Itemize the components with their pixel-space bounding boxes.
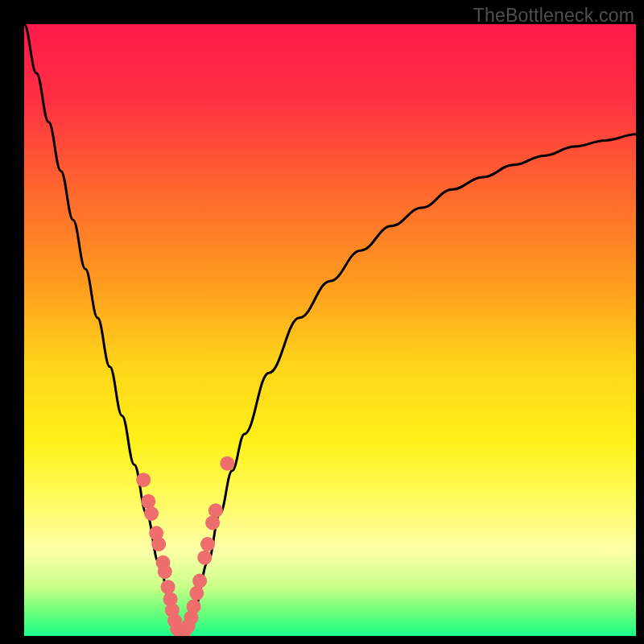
highlight-dot [192, 574, 207, 588]
highlight-dots [136, 456, 234, 636]
bottleneck-curve [24, 24, 636, 636]
highlight-dot [200, 537, 215, 551]
highlight-dot [187, 600, 201, 614]
highlight-dot [151, 537, 166, 551]
highlight-dot [205, 515, 220, 530]
curve-layer [24, 24, 636, 636]
highlight-dot [220, 456, 234, 471]
highlight-dot [208, 503, 223, 518]
highlight-dot [189, 586, 204, 601]
highlight-dot [197, 551, 212, 565]
chart-frame: TheBottleneck.com [0, 0, 644, 644]
highlight-dot [141, 494, 155, 509]
watermark-text: TheBottleneck.com [473, 5, 634, 27]
plot-area [24, 24, 636, 636]
highlight-dot [136, 473, 151, 487]
highlight-dot [161, 580, 175, 594]
highlight-dot [158, 564, 172, 579]
highlight-dot [144, 506, 159, 521]
